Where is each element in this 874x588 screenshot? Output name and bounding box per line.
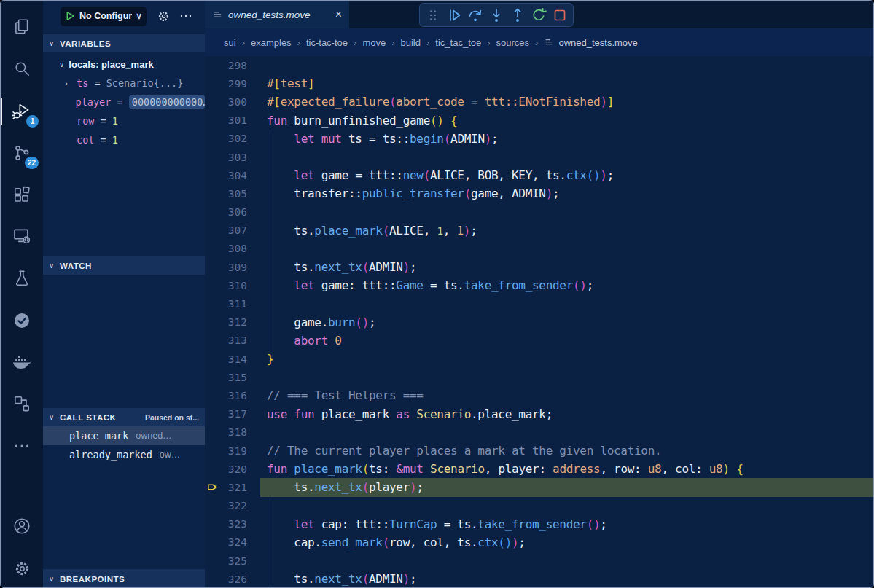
line-number[interactable]: 314	[205, 353, 247, 365]
line-number[interactable]: 318	[205, 426, 247, 438]
code-line-307[interactable]: 307 ts.place_mark(ALICE, 1, 1);	[205, 222, 873, 240]
breadcrumb-item-examples[interactable]: examples	[251, 37, 292, 48]
debug-settings-gear-icon[interactable]	[157, 9, 171, 23]
code-line-303[interactable]: 303	[205, 148, 873, 166]
variables-scope-row[interactable]: ∨ locals: place_mark	[43, 55, 205, 74]
code-line-323[interactable]: 323 let cap: ttt::TurnCap = ts.take_from…	[205, 515, 873, 533]
stop-button[interactable]	[550, 6, 569, 25]
code-line-319[interactable]: 319// The current player places a mark a…	[205, 442, 873, 460]
activity-run-and-debug[interactable]: 1	[1, 93, 43, 130]
close-icon[interactable]: ×	[335, 9, 342, 20]
breadcrumb-item-move[interactable]: move	[362, 37, 386, 48]
line-number[interactable]: 302	[205, 133, 247, 144]
activity-extensions[interactable]	[1, 176, 43, 213]
breadcrumb-item-tic_tac_toe[interactable]: tic_tac_toe	[435, 37, 481, 48]
variable-row-row[interactable]: row = 1	[43, 111, 205, 130]
step-over-button[interactable]	[466, 6, 485, 25]
code-line-316[interactable]: 316// === Test Helpers ===	[205, 386, 873, 404]
code-editor[interactable]: 298299#[test]300#[expected_failure(abort…	[205, 56, 873, 587]
activity-explorer[interactable]	[1, 8, 43, 46]
activity-accounts[interactable]	[1, 507, 43, 545]
code-line-315[interactable]: 315	[205, 368, 873, 386]
code-line-321[interactable]: 321 ts.next_tx(player);	[205, 478, 873, 496]
breadcrumb-item-build[interactable]: build	[401, 37, 421, 48]
line-number[interactable]: 303	[205, 152, 247, 163]
call-stack-section-header[interactable]: ∨ CALL STACK Paused on st...	[43, 408, 205, 426]
watch-section-header[interactable]: ∨ WATCH	[43, 256, 205, 275]
code-line-301[interactable]: 301fun burn_unfinished_game() {	[205, 111, 873, 130]
line-number[interactable]: 305	[205, 188, 247, 200]
step-out-button[interactable]	[508, 6, 527, 25]
breakpoints-section-header[interactable]: ∨ BREAKPOINTS	[43, 569, 205, 588]
activity-testing[interactable]	[1, 259, 43, 297]
variable-row-col[interactable]: col = 1	[43, 130, 205, 149]
line-number[interactable]: 316	[205, 390, 247, 401]
line-number[interactable]: 304	[205, 170, 247, 181]
restart-button[interactable]	[529, 6, 548, 25]
variable-value[interactable]: 000000000000…	[129, 95, 205, 109]
activity-docker[interactable]	[1, 343, 43, 381]
tab-owned-tests-move[interactable]: owned_tests.move ×	[205, 1, 349, 28]
line-number[interactable]: 325	[205, 555, 247, 567]
line-number[interactable]: 320	[205, 463, 247, 475]
call-stack-frame-already_marked[interactable]: already_markedow…	[43, 445, 205, 464]
code-line-311[interactable]: 311	[205, 294, 873, 313]
line-number[interactable]: 308	[205, 243, 247, 254]
code-line-310[interactable]: 310 let game: ttt::Game = ts.take_from_s…	[205, 276, 873, 294]
code-line-326[interactable]: 326 ts.next_tx(ADMIN);	[205, 570, 873, 587]
line-number[interactable]: 301	[205, 114, 247, 126]
activity-source-control[interactable]: 22	[1, 134, 43, 172]
line-number[interactable]: 323	[205, 518, 247, 530]
line-number[interactable]: 299	[205, 78, 247, 90]
code-line-312[interactable]: 312 game.burn();	[205, 313, 873, 332]
variable-row-ts[interactable]: ›ts = Scenario{...}	[43, 74, 205, 93]
activity-manage[interactable]	[1, 549, 43, 587]
activity-checks[interactable]	[1, 302, 43, 340]
line-number[interactable]: 311	[205, 298, 247, 310]
line-number[interactable]: 313	[205, 334, 247, 346]
breadcrumb-item-sources[interactable]: sources	[496, 37, 530, 48]
code-line-324[interactable]: 324 cap.send_mark(row, col, ts.ctx());	[205, 533, 873, 552]
continue-button[interactable]	[445, 6, 464, 25]
variables-section-header[interactable]: ∨ VARIABLES	[43, 34, 205, 52]
activity-remote-explorer[interactable]	[1, 217, 43, 255]
breadcrumb-item-tic-tac-toe[interactable]: tic-tac-toe	[306, 37, 348, 48]
code-line-308[interactable]: 308	[205, 240, 873, 258]
drag-handle-icon[interactable]	[424, 6, 442, 25]
code-line-322[interactable]: 322	[205, 497, 873, 515]
code-line-298[interactable]: 298	[205, 56, 873, 74]
code-line-299[interactable]: 299#[test]	[205, 74, 873, 93]
more-actions-icon[interactable]	[179, 9, 192, 23]
launch-config-dropdown[interactable]: No Configur ∨	[61, 7, 147, 26]
code-line-305[interactable]: 305 transfer::public_transfer(game, ADMI…	[205, 184, 873, 203]
line-number[interactable]: 310	[205, 280, 247, 291]
line-number[interactable]: 306	[205, 206, 247, 218]
code-line-320[interactable]: 320fun place_mark(ts: &mut Scenario, pla…	[205, 460, 873, 478]
code-line-325[interactable]: 325	[205, 552, 873, 570]
start-debug-icon[interactable]	[65, 10, 76, 22]
code-line-317[interactable]: 317use fun place_mark as Scenario.place_…	[205, 405, 873, 423]
step-into-button[interactable]	[487, 6, 506, 25]
line-number[interactable]: 315	[205, 372, 247, 383]
code-line-306[interactable]: 306	[205, 203, 873, 222]
code-line-318[interactable]: 318	[205, 423, 873, 442]
breadcrumb-item-sui[interactable]: sui	[224, 37, 236, 48]
code-line-300[interactable]: 300#[expected_failure(abort_code = ttt::…	[205, 93, 873, 111]
code-line-302[interactable]: 302 let mut ts = ts::begin(ADMIN);	[205, 130, 873, 148]
activity-search[interactable]	[1, 50, 43, 87]
line-number[interactable]: 326	[205, 573, 247, 585]
line-number[interactable]: 322	[205, 500, 247, 511]
line-number[interactable]: 298	[205, 60, 247, 71]
call-stack-frame-place_mark[interactable]: place_markowned…	[43, 426, 205, 445]
line-number[interactable]: 317	[205, 408, 247, 420]
line-number[interactable]: 300	[205, 96, 247, 108]
line-number[interactable]: 324	[205, 536, 247, 548]
variable-row-player[interactable]: player = 000000000000…	[43, 93, 205, 111]
activity-additional-views[interactable]	[1, 427, 43, 465]
code-line-309[interactable]: 309 ts.next_tx(ADMIN);	[205, 258, 873, 276]
line-number[interactable]: 312	[205, 316, 247, 328]
line-number[interactable]: 309	[205, 262, 247, 273]
chevron-right-icon[interactable]: ›	[65, 79, 77, 87]
code-line-313[interactable]: 313 abort 0	[205, 332, 873, 350]
line-number[interactable]: 307	[205, 224, 247, 236]
